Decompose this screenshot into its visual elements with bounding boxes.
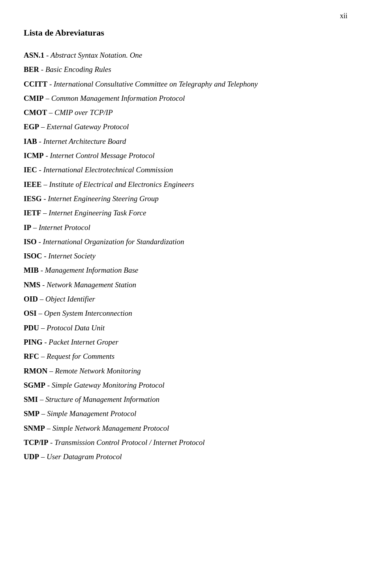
abbr-key: IETF	[24, 209, 41, 217]
abbr-key: SNMP	[24, 424, 45, 432]
abbr-value: Management Information Base	[45, 266, 138, 274]
list-item: OSI – Open System Interconnection	[24, 307, 347, 320]
abbr-value: Common Management Information Protocol	[51, 94, 185, 102]
abbr-value: International Consultative Committee on …	[54, 80, 258, 88]
abbr-separator: –	[37, 309, 44, 317]
abbr-value: Internet Engineering Steering Group	[48, 194, 159, 203]
abbr-value: Packet Internet Groper	[49, 338, 118, 346]
abbr-key: PING	[24, 338, 43, 346]
list-item: ASN.1 - Abstract Syntax Notation. One	[24, 49, 347, 62]
list-item: SNMP – Simple Network Management Protoco…	[24, 422, 347, 435]
list-item: EGP – External Gateway Protocol	[24, 121, 347, 133]
abbr-value: Institute of Electrical and Electronics …	[49, 180, 194, 188]
list-item: IETF – Internet Engineering Task Force	[24, 207, 347, 219]
abbr-value: Internet Society	[48, 252, 96, 260]
abbr-key: RMON	[24, 367, 47, 375]
list-item: IAB - Internet Architecture Board	[24, 135, 347, 148]
abbr-value: Simple Network Management Protocol	[53, 424, 169, 432]
abbr-separator: -	[47, 80, 54, 88]
abbr-key: IP	[24, 223, 31, 232]
abbreviations-list: ASN.1 - Abstract Syntax Notation. OneBER…	[24, 49, 347, 464]
abbr-separator: –	[41, 180, 49, 188]
abbr-separator: -	[39, 65, 45, 74]
abbr-key: ISOC	[24, 252, 42, 260]
abbr-value: Internet Architecture Board	[43, 137, 126, 145]
list-item: PDU – Protocol Data Unit	[24, 322, 347, 334]
list-item: RMON – Remote Network Monitoring	[24, 365, 347, 377]
abbr-value: External Gateway Protocol	[47, 122, 129, 131]
list-item: MIB - Management Information Base	[24, 264, 347, 277]
abbr-key: NMS	[24, 281, 40, 289]
abbr-separator: -	[43, 338, 49, 346]
abbr-separator: –	[38, 295, 45, 303]
abbr-key: SMP	[24, 409, 39, 418]
abbr-key: BER	[24, 65, 39, 74]
abbr-key: IESG	[24, 194, 41, 203]
abbr-key: CMOT	[24, 108, 47, 117]
list-item: TCP/IP - Transmission Control Protocol /…	[24, 436, 347, 449]
list-item: OID – Object Identifier	[24, 293, 347, 305]
abbr-key: MIB	[24, 266, 39, 274]
abbr-separator: -	[44, 151, 50, 160]
abbr-value: User Datagram Protocol	[47, 452, 122, 461]
abbr-separator: –	[39, 409, 47, 418]
abbr-separator: –	[44, 94, 51, 102]
abbr-key: IAB	[24, 137, 37, 145]
abbr-value: Object Identifier	[45, 295, 95, 303]
abbr-value: Protocol Data Unit	[47, 324, 105, 332]
list-item: IEC - International Electrotechnical Com…	[24, 164, 347, 176]
abbr-separator: –	[39, 324, 47, 332]
list-item: ISO - International Organization for Sta…	[24, 236, 347, 248]
abbr-separator: -	[44, 51, 51, 59]
abbr-key: ICMP	[24, 151, 44, 160]
abbr-key: TCP/IP	[24, 438, 48, 447]
abbr-value: Internet Control Message Protocol	[50, 151, 154, 160]
abbr-value: Basic Encoding Rules	[45, 65, 111, 74]
list-item: IEEE – Institute of Electrical and Elect…	[24, 178, 347, 191]
abbr-key: CMIP	[24, 94, 44, 102]
abbr-separator: -	[39, 266, 45, 274]
abbr-key: OSI	[24, 309, 37, 317]
list-item: ICMP - Internet Control Message Protocol	[24, 149, 347, 162]
list-item: IP – Internet Protocol	[24, 221, 347, 234]
list-item: NMS - Network Management Station	[24, 279, 347, 291]
abbr-separator: –	[45, 424, 53, 432]
abbr-separator: -	[41, 194, 48, 203]
list-item: CMOT – CMIP over TCP/IP	[24, 106, 347, 119]
abbr-value: Structure of Management Information	[45, 395, 159, 403]
abbr-key: OID	[24, 295, 38, 303]
abbr-value: Simple Management Protocol	[47, 409, 136, 418]
list-item: IESG - Internet Engineering Steering Gro…	[24, 192, 347, 205]
abbr-separator: -	[45, 381, 52, 389]
abbr-separator: -	[40, 281, 47, 289]
list-item: PING - Packet Internet Groper	[24, 336, 347, 349]
abbr-value: Simple Gateway Monitoring Protocol	[52, 381, 165, 389]
list-item: ISOC - Internet Society	[24, 250, 347, 262]
abbr-value: Abstract Syntax Notation. One	[51, 51, 142, 59]
list-item: CCITT - International Consultative Commi…	[24, 78, 347, 90]
abbr-key: SGMP	[24, 381, 45, 389]
list-item: SGMP - Simple Gateway Monitoring Protoco…	[24, 379, 347, 392]
abbr-separator: –	[47, 108, 54, 117]
abbr-key: EGP	[24, 122, 39, 131]
abbr-separator: –	[47, 367, 55, 375]
abbr-separator: –	[39, 352, 47, 360]
abbr-key: RFC	[24, 352, 39, 360]
abbr-value: Internet Engineering Task Force	[49, 209, 146, 217]
list-item: SMP – Simple Management Protocol	[24, 407, 347, 420]
list-item: CMIP – Common Management Information Pro…	[24, 92, 347, 105]
abbr-key: SMI	[24, 395, 38, 403]
abbr-value: Open System Interconnection	[44, 309, 132, 317]
abbr-value: Network Management Station	[47, 281, 136, 289]
abbr-separator: –	[39, 122, 47, 131]
abbr-key: IEEE	[24, 180, 41, 188]
abbr-separator: -	[37, 166, 43, 174]
abbr-separator: –	[39, 452, 47, 461]
abbr-value: Transmission Control Protocol / Internet…	[54, 438, 205, 447]
abbr-separator: -	[37, 137, 43, 145]
abbr-value: Remote Network Monitoring	[55, 367, 141, 375]
abbr-separator: –	[41, 209, 49, 217]
list-item: UDP – User Datagram Protocol	[24, 450, 347, 463]
abbr-key: CCITT	[24, 80, 47, 88]
list-item: BER - Basic Encoding Rules	[24, 63, 347, 76]
